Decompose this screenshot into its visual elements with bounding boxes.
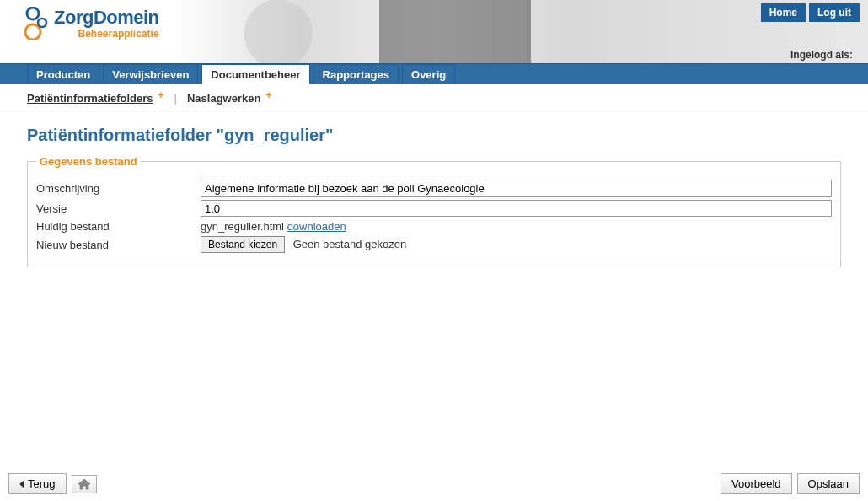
- logout-link[interactable]: Log uit: [809, 3, 860, 22]
- subnav-separator: |: [174, 92, 177, 105]
- back-button-label: Terug: [28, 477, 56, 490]
- home-link[interactable]: Home: [761, 3, 806, 22]
- add-naslagwerk-icon[interactable]: +: [265, 89, 271, 101]
- svg-point-2: [38, 19, 46, 27]
- save-button[interactable]: Opslaan: [797, 473, 860, 494]
- page-title: Patiëntinformatiefolder "gyn_regulier": [27, 126, 841, 145]
- logo-text: ZorgDomein: [54, 8, 159, 27]
- huidig-bestand-filename: gyn_regulier.html: [201, 220, 284, 233]
- home-button[interactable]: [72, 475, 97, 493]
- omschrijving-input[interactable]: [201, 180, 832, 197]
- file-status-text: Geen bestand gekozen: [293, 238, 406, 250]
- huidig-bestand-label: Huidig bestand: [36, 220, 201, 233]
- subnav-naslagwerken[interactable]: Naslagwerken: [187, 92, 260, 105]
- svg-point-1: [25, 24, 40, 40]
- tab-producten[interactable]: Producten: [27, 64, 99, 84]
- versie-label: Versie: [36, 202, 201, 215]
- top-banner: Home Log uit Ingelogd als: ZorgDomein Be…: [0, 0, 868, 63]
- preview-button[interactable]: Voorbeeld: [721, 473, 792, 494]
- gegevens-bestand-fieldset: Gegevens bestand Omschrijving Versie Hui…: [27, 155, 841, 267]
- svg-point-0: [27, 8, 39, 19]
- logo: ZorgDomein Beheerapplicatie: [24, 7, 159, 40]
- footer-bar: Terug Voorbeeld Opslaan: [0, 473, 868, 494]
- logged-in-as-label: Ingelogd als:: [790, 49, 853, 61]
- choose-file-button[interactable]: Bestand kiezen: [201, 236, 285, 253]
- versie-input[interactable]: [201, 200, 832, 217]
- tab-verwijsbrieven[interactable]: Verwijsbrieven: [103, 64, 198, 84]
- nieuw-bestand-label: Nieuw bestand: [36, 239, 201, 251]
- logo-icon: [24, 7, 49, 40]
- omschrijving-label: Omschrijving: [36, 182, 201, 195]
- download-link[interactable]: downloaden: [287, 220, 346, 233]
- tab-rapportages[interactable]: Rapportages: [313, 64, 399, 84]
- fieldset-legend: Gegevens bestand: [36, 155, 141, 168]
- back-button[interactable]: Terug: [8, 473, 67, 494]
- tab-overig[interactable]: Overig: [402, 64, 455, 84]
- logo-subtext: Beheerapplicatie: [54, 29, 159, 39]
- add-patientinfofolder-icon[interactable]: +: [158, 89, 164, 101]
- subnav-patientinfofolders[interactable]: Patiëntinformatiefolders: [27, 92, 153, 105]
- back-arrow-icon: [19, 480, 24, 488]
- tab-documentbeheer[interactable]: Documentbeheer: [201, 64, 309, 84]
- main-nav: Producten Verwijsbrieven Documentbeheer …: [0, 63, 868, 84]
- home-icon: [78, 478, 91, 490]
- sub-nav: Patiëntinformatiefolders + | Naslagwerke…: [0, 84, 868, 110]
